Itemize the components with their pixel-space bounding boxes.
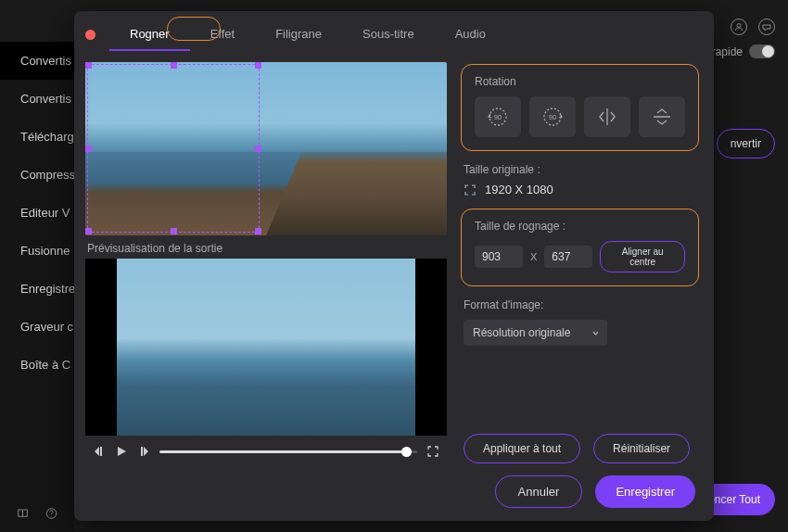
tab-effet[interactable]: Effet xyxy=(190,19,256,51)
fast-toggle[interactable] xyxy=(749,44,775,58)
original-size-label: Taille originale : xyxy=(464,163,699,176)
rotate-cw-icon[interactable]: 90 xyxy=(529,96,576,137)
sidebar-item-3[interactable]: Compress xyxy=(0,156,74,194)
rotation-label: Rotation xyxy=(475,75,685,88)
crop-modal: Rogner Effet Filigrane Sous-titre Audio xyxy=(74,11,714,521)
tab-label: Rogner xyxy=(130,27,170,41)
crop-size-section: Taille de rognage : X Aligner au centre xyxy=(461,209,699,286)
flip-horizontal-icon[interactable] xyxy=(584,96,630,137)
fast-toggle-label: rapide xyxy=(712,44,775,58)
sidebar: Convertis Convertis Télécharg Compress E… xyxy=(0,42,74,532)
sidebar-item-label: Convertis xyxy=(20,92,71,106)
sidebar-item-4[interactable]: Editeur V xyxy=(0,194,74,232)
crop-height-input[interactable] xyxy=(544,246,592,268)
center-button[interactable]: Aligner au centre xyxy=(600,241,685,272)
svg-text:90: 90 xyxy=(549,114,556,120)
tab-soustitre[interactable]: Sous-titre xyxy=(342,19,435,51)
format-selected: Résolution originale xyxy=(473,326,570,339)
crop-canvas[interactable] xyxy=(85,62,447,235)
reset-button[interactable]: Réinitialiser xyxy=(593,434,690,463)
sidebar-item-label: Graveur c xyxy=(20,320,73,334)
sidebar-item-label: Compress xyxy=(20,168,74,182)
sidebar-item-5[interactable]: Fusionne xyxy=(0,232,74,270)
svg-text:90: 90 xyxy=(494,114,502,120)
crop-width-input[interactable] xyxy=(475,246,523,268)
sidebar-item-8[interactable]: Boîte à C xyxy=(0,346,74,384)
original-size-section: Taille originale : 1920 X 1080 xyxy=(461,163,699,196)
sidebar-item-label: Télécharg xyxy=(20,130,74,144)
chat-icon[interactable] xyxy=(758,19,775,35)
sidebar-item-6[interactable]: Enregistre xyxy=(0,270,74,308)
progress-bar[interactable] xyxy=(159,450,417,453)
tab-filigrane[interactable]: Filigrane xyxy=(255,19,342,51)
next-frame-icon[interactable] xyxy=(137,445,150,458)
sidebar-item-label: Boîte à C xyxy=(20,358,70,372)
expand-icon xyxy=(464,184,477,196)
sidebar-item-1[interactable]: Convertis xyxy=(0,80,74,118)
tab-label: Audio xyxy=(455,27,486,41)
chevron-down-icon xyxy=(591,329,600,337)
tab-label: Filigrane xyxy=(275,27,322,41)
rotate-ccw-icon[interactable]: 90 xyxy=(475,96,521,137)
svg-point-0 xyxy=(737,23,741,27)
crop-selection[interactable] xyxy=(87,64,260,233)
play-icon[interactable] xyxy=(115,445,128,458)
preview-canvas xyxy=(85,259,447,436)
format-label: Format d'image: xyxy=(464,298,699,311)
format-select[interactable]: Résolution originale xyxy=(464,320,607,346)
sidebar-item-label: Editeur V xyxy=(20,206,70,220)
user-avatar-icon[interactable] xyxy=(731,19,747,35)
close-icon[interactable] xyxy=(85,30,95,40)
x-separator: X xyxy=(530,251,537,262)
cancel-button[interactable]: Annuler xyxy=(495,475,583,508)
save-button[interactable]: Enregistrer xyxy=(595,475,695,508)
crop-size-label: Taille de rognage : xyxy=(475,220,685,233)
sidebar-item-7[interactable]: Graveur c xyxy=(0,308,74,346)
sidebar-item-0[interactable]: Convertis xyxy=(0,42,74,80)
convert-button[interactable]: nvertir xyxy=(717,129,775,158)
rotation-section: Rotation 90 90 xyxy=(461,64,699,151)
prev-frame-icon[interactable] xyxy=(93,445,106,458)
apply-all-button[interactable]: Appliquer à tout xyxy=(464,434,580,463)
sidebar-item-label: Convertis xyxy=(20,54,71,68)
book-icon[interactable] xyxy=(17,506,29,521)
tab-audio[interactable]: Audio xyxy=(435,19,506,51)
tab-rogner[interactable]: Rogner xyxy=(109,19,190,51)
preview-label: Prévisualisation de la sortie xyxy=(87,242,447,255)
format-section: Format d'image: Résolution originale xyxy=(461,298,699,346)
sidebar-item-label: Enregistre xyxy=(20,282,74,296)
sidebar-item-label: Fusionne xyxy=(20,244,70,258)
help-icon[interactable] xyxy=(45,506,57,521)
fullscreen-icon[interactable] xyxy=(426,445,439,458)
tab-label: Sous-titre xyxy=(362,27,414,41)
tabs: Rogner Effet Filigrane Sous-titre Audio xyxy=(109,19,506,51)
original-size-value: 1920 X 1080 xyxy=(485,183,553,196)
sidebar-item-2[interactable]: Télécharg xyxy=(0,118,74,156)
tab-label: Effet xyxy=(210,27,235,41)
flip-vertical-icon[interactable] xyxy=(639,96,685,137)
